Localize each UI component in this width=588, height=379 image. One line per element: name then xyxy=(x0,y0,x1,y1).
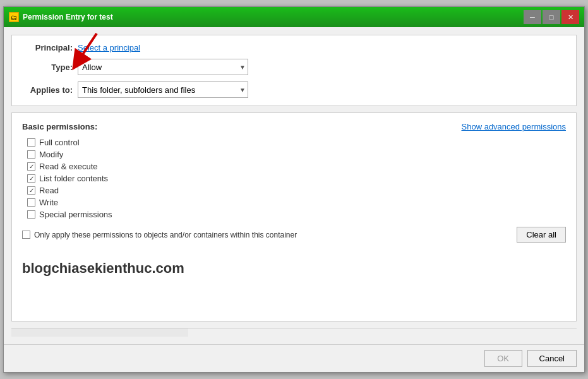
window-content: Principal: Select a principal Type: Allo… xyxy=(4,27,584,344)
type-select[interactable]: Allow Deny xyxy=(78,59,248,75)
read-checkbox[interactable] xyxy=(27,186,35,195)
principal-row: Principal: Select a principal xyxy=(22,43,566,52)
type-row: Type: Allow Deny ▼ xyxy=(22,59,566,75)
list-item: List folder contents xyxy=(27,174,566,183)
close-button[interactable]: ✕ xyxy=(561,10,579,24)
show-advanced-link[interactable]: Show advanced permissions xyxy=(462,122,566,131)
maximize-button[interactable]: □ xyxy=(543,10,560,24)
title-bar: 🗂 Permission Entry for test ─ □ ✕ xyxy=(4,7,584,27)
title-bar-buttons: ─ □ ✕ xyxy=(524,10,579,24)
read-execute-checkbox[interactable] xyxy=(27,162,35,171)
basic-permissions-label: Basic permissions: xyxy=(22,122,97,131)
read-execute-label: Read & execute xyxy=(39,162,98,171)
only-apply-row: Only apply these permissions to objects … xyxy=(22,231,297,239)
applies-to-label: Applies to: xyxy=(22,85,73,95)
ok-button[interactable]: OK xyxy=(484,350,522,367)
minimize-button[interactable]: ─ xyxy=(524,10,541,24)
permission-entry-dialog: 🗂 Permission Entry for test ─ □ ✕ Princi… xyxy=(3,6,585,373)
list-folder-label: List folder contents xyxy=(39,174,108,183)
full-control-label: Full control xyxy=(39,138,80,147)
type-select-wrapper: Allow Deny ▼ xyxy=(78,59,248,75)
bottom-row: Only apply these permissions to objects … xyxy=(22,227,566,243)
read-label: Read xyxy=(39,186,59,195)
applies-to-select-wrapper: This folder, subfolders and files ▼ xyxy=(78,81,248,98)
scrollbar-track xyxy=(11,328,188,337)
special-permissions-label: Special permissions xyxy=(39,210,112,219)
permissions-list: Full control Modify Read & execute List … xyxy=(22,138,566,219)
cancel-button[interactable]: Cancel xyxy=(527,350,577,367)
bottom-scrollbar[interactable] xyxy=(11,328,577,337)
permissions-section: Basic permissions: Show advanced permiss… xyxy=(11,112,577,322)
top-section: Principal: Select a principal Type: Allo… xyxy=(11,35,577,106)
modify-label: Modify xyxy=(39,150,63,159)
window-title: Permission Entry for test xyxy=(23,13,113,21)
list-item: Read xyxy=(27,186,566,195)
modify-checkbox[interactable] xyxy=(27,150,35,159)
window-icon: 🗂 xyxy=(9,12,19,22)
clear-all-button[interactable]: Clear all xyxy=(517,227,566,243)
principal-label: Principal: xyxy=(22,43,73,52)
write-checkbox[interactable] xyxy=(27,198,35,207)
list-folder-checkbox[interactable] xyxy=(27,174,35,183)
only-apply-checkbox[interactable] xyxy=(22,231,30,239)
window-footer: OK Cancel xyxy=(4,344,584,372)
select-principal-link[interactable]: Select a principal xyxy=(78,43,140,52)
full-control-checkbox[interactable] xyxy=(27,138,35,147)
list-item: Write xyxy=(27,198,566,207)
special-permissions-checkbox[interactable] xyxy=(27,210,35,219)
list-item: Special permissions xyxy=(27,210,566,219)
applies-to-select[interactable]: This folder, subfolders and files xyxy=(78,81,248,98)
type-label: Type: xyxy=(22,63,73,72)
only-apply-label: Only apply these permissions to objects … xyxy=(34,231,297,239)
list-item: Modify xyxy=(27,150,566,159)
list-item: Read & execute xyxy=(27,162,566,171)
list-item: Full control xyxy=(27,138,566,147)
write-label: Write xyxy=(39,198,58,207)
watermark: blogchiasekienthuc.com xyxy=(22,255,566,282)
applies-to-row: Applies to: This folder, subfolders and … xyxy=(22,81,566,98)
permissions-header: Basic permissions: Show advanced permiss… xyxy=(22,122,566,131)
